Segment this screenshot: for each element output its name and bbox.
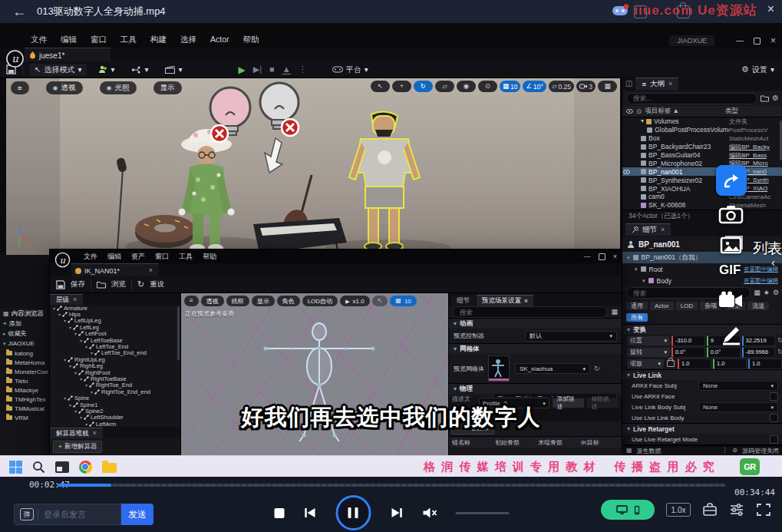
folder-row[interactable]: TMMusical	[0, 404, 50, 413]
outliner-row[interactable]: BP_Microphone02 编辑BP_Micro	[622, 159, 782, 167]
playback-speed-button[interactable]: x1.0	[340, 296, 370, 306]
outliner-row[interactable]: cam0 CineCameraAc	[622, 193, 782, 201]
caret-down-icon[interactable]	[69, 362, 71, 369]
close-icon[interactable]	[613, 253, 617, 260]
viewport-option-button[interactable]: LOD自动	[302, 296, 338, 306]
settings-button[interactable]	[729, 504, 744, 516]
property-checkbox[interactable]	[770, 392, 778, 401]
folder-row[interactable]: Tietu	[0, 376, 50, 385]
pin-icon[interactable]	[636, 108, 642, 115]
root-folder-row[interactable]: JIAOXUE	[0, 339, 50, 349]
folder-row[interactable]: TMHighTex	[0, 395, 50, 404]
viewport-option-button[interactable]: 角色	[277, 296, 300, 306]
section-livelink[interactable]: Live Link	[622, 369, 782, 380]
danmaku-box[interactable]: 弹	[14, 504, 121, 525]
chain-column-header[interactable]: 末端骨骼	[535, 438, 578, 447]
lock-icon[interactable]	[667, 360, 675, 367]
annotate-button[interactable]	[721, 322, 742, 349]
caret-down-icon[interactable]	[80, 337, 82, 344]
kebab-icon[interactable]	[299, 65, 307, 74]
menu-item[interactable]: 编辑	[61, 35, 77, 45]
app-icon[interactable]	[55, 461, 69, 473]
outliner-row[interactable]: BP_XIAOHUA 编辑BP_XIAO	[622, 184, 782, 193]
scale-y[interactable]: 1.0	[713, 359, 747, 369]
save-button[interactable]: 保存	[71, 279, 85, 289]
column-label[interactable]: 项目标签 ▲	[645, 107, 722, 116]
image-button[interactable]	[720, 235, 743, 258]
back-button[interactable]	[12, 5, 26, 18]
menu-item[interactable]: 编辑	[107, 252, 121, 262]
section-live-retarget[interactable]: Live Retarget	[622, 423, 782, 434]
fullscreen-button[interactable]	[756, 503, 771, 517]
outliner-row[interactable]: GlobalPostProcessVolume PostProcessV	[622, 126, 782, 134]
account-label[interactable]: JIAOXUE	[669, 35, 714, 46]
cast-toggle[interactable]	[601, 500, 655, 520]
menu-item[interactable]: 帮助	[203, 252, 216, 262]
actor-type[interactable]: 文件夹	[729, 117, 782, 126]
gif-button[interactable]: GIF	[719, 263, 741, 278]
tab-ikrig-asset[interactable]: IK_NAN01*	[71, 263, 159, 277]
section-physics[interactable]: 物理	[449, 383, 622, 394]
folder-row[interactable]: MetaHuma	[0, 358, 50, 367]
next-button[interactable]	[389, 507, 403, 519]
caret-down-icon[interactable]	[69, 401, 71, 408]
new-folder-icon[interactable]	[761, 94, 769, 102]
chevron-left-icon[interactable]	[771, 256, 775, 268]
caret-down-icon[interactable]	[74, 330, 77, 337]
pause-button[interactable]	[335, 495, 371, 530]
rotation-x[interactable]: 0.0°	[671, 347, 705, 358]
location-selector[interactable]: 位置	[627, 336, 670, 345]
component-row-root[interactable]: Root 在蓝图中编辑	[622, 263, 782, 275]
folder-row[interactable]: VRM	[0, 413, 50, 422]
caret-down-icon[interactable]	[85, 382, 87, 388]
caret-down-icon[interactable]	[64, 317, 66, 324]
add-solver-button[interactable]: 新增解算器	[53, 441, 102, 453]
show-button[interactable]: 显示	[153, 81, 182, 94]
actor-type[interactable]: 编辑BP_Backy	[729, 143, 782, 151]
close-icon[interactable]	[73, 296, 77, 303]
section-transform[interactable]: 变换	[622, 324, 782, 335]
mesh-thumbnail[interactable]	[488, 355, 510, 382]
toolbox-button[interactable]	[702, 503, 718, 517]
add-profile-button[interactable]: 添加描述	[553, 398, 584, 408]
bone-row[interactable]: RightLeg	[50, 363, 180, 369]
close-icon[interactable]	[661, 226, 665, 233]
viewport-option-button[interactable]: 线框	[226, 296, 249, 306]
component-row-body[interactable]: Body 在蓝图中编辑	[622, 275, 782, 286]
move-tool[interactable]	[392, 81, 411, 92]
stop-button[interactable]	[273, 507, 285, 519]
kebab-icon[interactable]	[721, 448, 728, 454]
actor-type[interactable]: PostProcessV	[729, 127, 782, 134]
select-mode-button[interactable]: 选择模式	[29, 64, 87, 76]
viewport-menu-button[interactable]	[11, 81, 29, 94]
record-button[interactable]	[718, 291, 744, 314]
outliner-search-input[interactable]	[626, 93, 757, 104]
filter-chip[interactable]: Actor	[650, 302, 674, 310]
filter-chip[interactable]: 流送	[747, 302, 769, 310]
menu-item[interactable]: 工具	[120, 35, 137, 45]
screenshot-button[interactable]	[718, 204, 744, 227]
outliner-row[interactable]: BP_BackyardChair23 编辑BP_Backy	[622, 143, 782, 151]
menu-item[interactable]: Actor	[210, 35, 229, 45]
rig-search-input[interactable]	[453, 306, 608, 318]
bone-row[interactable]: RightToe_End_end	[50, 388, 180, 395]
actor-type[interactable]: StaticMeshAct	[729, 135, 782, 142]
bone-row[interactable]: Hips	[50, 311, 180, 317]
viewport-menu-button[interactable]	[184, 296, 199, 306]
source-control-label[interactable]: 源码管理关闭	[742, 447, 779, 455]
cinematics-button[interactable]	[160, 64, 187, 76]
transform-tools-group[interactable]	[372, 296, 388, 306]
unreal-logo-icon[interactable]: u	[5, 49, 25, 68]
select-tool[interactable]	[371, 81, 390, 92]
caret-down-icon[interactable]	[53, 305, 55, 312]
browse-button[interactable]: 浏览	[111, 279, 126, 289]
property-checkbox[interactable]	[770, 435, 778, 444]
filter-chip[interactable]: 所有	[626, 313, 648, 322]
platform-button[interactable]: 平台	[327, 64, 374, 76]
section-mesh[interactable]: 网格体	[449, 343, 622, 354]
tab-hierarchy[interactable]: 层级	[50, 294, 83, 305]
start-button[interactable]	[9, 461, 22, 474]
camera-speed[interactable]: 3	[576, 81, 596, 92]
caret-down-icon[interactable]	[80, 414, 82, 421]
speed-button[interactable]: 1.0x	[666, 503, 691, 517]
